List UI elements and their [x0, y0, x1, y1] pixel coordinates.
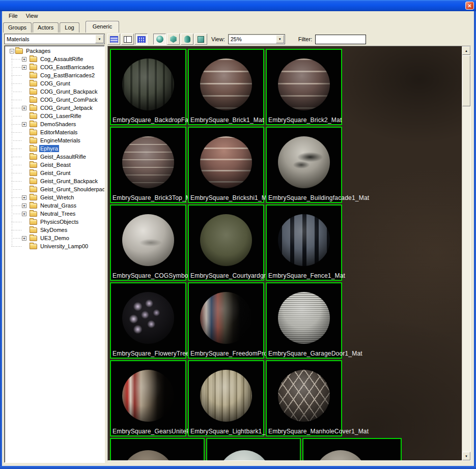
tab-groups[interactable]: Groups — [3, 22, 32, 33]
expand-toggle[interactable]: − — [10, 49, 14, 53]
tree-item-Geist_Grunt_Backpack[interactable]: Geist_Grunt_Backpack — [5, 177, 104, 185]
tree-item-EditorMaterials[interactable]: EditorMaterials — [5, 128, 104, 136]
thumbnail-viewport[interactable]: EmbrySquare_BackdropFacade1_MatEmbrySqua… — [108, 46, 462, 460]
material-tile-EmbrySquare_Brick3Top_Mat[interactable]: EmbrySquare_Brick3Top_Mat — [110, 127, 186, 203]
menu-item-file[interactable]: File — [5, 12, 21, 20]
expand-toggle[interactable]: + — [22, 122, 26, 127]
material-tile-EmbrySquare_ManholeCover1_Mat[interactable]: EmbrySquare_ManholeCover1_Mat — [266, 360, 342, 436]
folder-icon — [15, 48, 23, 54]
tree-item-Neutral_Grass[interactable]: +Neutral_Grass — [5, 201, 104, 210]
material-tile[interactable] — [110, 438, 205, 460]
tree-connector — [12, 234, 22, 242]
material-tile-EmbrySquare_Brick1_Mat[interactable]: EmbrySquare_Brick1_Mat — [188, 49, 264, 125]
cylinder-primitive-button[interactable] — [181, 34, 193, 45]
resource-type-combobox[interactable]: Materials ▼ — [4, 34, 105, 44]
expand-toggle[interactable]: + — [22, 106, 26, 110]
material-tile-EmbrySquare_Brick2_Mat[interactable]: EmbrySquare_Brick2_Mat — [266, 49, 342, 125]
folder-icon — [30, 187, 37, 192]
tree-item-label: Geist_Wretch — [39, 194, 75, 201]
tree-item-Geist_Grunt_Shoulderpad[interactable]: Geist_Grunt_Shoulderpad — [5, 185, 104, 193]
tree-connector — [12, 201, 22, 210]
scroll-down-arrow-icon[interactable]: ▼ — [462, 452, 470, 460]
expand-toggle[interactable]: + — [22, 195, 26, 200]
close-button[interactable]: ✕ — [465, 2, 474, 10]
tree-item-label: DemoShaders — [39, 121, 77, 128]
title-bar[interactable]: ✕ — [0, 0, 476, 11]
tree-item-COG_Grunt_Backpack[interactable]: COG_Grunt_Backpack — [5, 87, 104, 96]
tree-item-Geist_Beast[interactable]: Geist_Beast — [5, 161, 104, 169]
tree-item-label: COG_Grunt — [39, 80, 71, 87]
material-tile-EmbrySquare_Buildingfacade1_Mat[interactable]: EmbrySquare_Buildingfacade1_Mat — [266, 127, 342, 203]
tree-item-COG_EastBarricades[interactable]: +COG_EastBarricades — [5, 63, 104, 71]
folder-icon — [30, 162, 37, 168]
expand-toggle[interactable]: + — [22, 57, 26, 62]
tree-item-PhysicsObjects[interactable]: PhysicsObjects — [5, 218, 104, 226]
plane-primitive-button[interactable] — [194, 34, 207, 45]
tree-item-Cog_AssaultRifle[interactable]: +Cog_AssaultRifle — [5, 55, 104, 63]
thumbnail-row — [110, 438, 462, 460]
tab-generic[interactable]: Generic — [86, 21, 120, 33]
material-tile-EmbrySquare_FreedomProp_Mat[interactable]: EmbrySquare_FreedomProp_Mat — [188, 282, 264, 359]
material-tile-EmbrySquare_BackdropFacade1_Mat[interactable]: EmbrySquare_BackdropFacade1_Mat — [110, 49, 186, 125]
tree-item-UE3_Demo[interactable]: +UE3_Demo — [5, 234, 104, 242]
expand-toggle[interactable]: + — [22, 212, 26, 216]
grid-view-button[interactable] — [135, 34, 148, 45]
material-tile-EmbrySquare_GarageDoor1_Mat[interactable]: EmbrySquare_GarageDoor1_Mat — [266, 282, 342, 359]
material-tile-EmbrySquare_Lightbark1_Mat[interactable]: EmbrySquare_Lightbark1_Mat — [188, 360, 264, 436]
scrollbar-track[interactable] — [462, 107, 470, 452]
tree-item-SkyDomes[interactable]: SkyDomes — [5, 226, 104, 234]
tree-item-COG_Grunt[interactable]: COG_Grunt — [5, 79, 104, 87]
material-tile[interactable] — [206, 438, 301, 460]
menu-bar: FileView — [2, 11, 474, 20]
tree-item-Geist_Wretch[interactable]: +Geist_Wretch — [5, 193, 104, 201]
list-view-button[interactable] — [107, 34, 120, 45]
scrollbar-thumb[interactable] — [462, 55, 470, 106]
material-name-label: EmbrySquare_Brick1_Mat — [190, 116, 264, 124]
tree-item-Ephyra[interactable]: Ephyra — [5, 144, 104, 153]
tree-item-label: Ephyra — [39, 145, 59, 152]
folder-icon — [30, 97, 37, 103]
material-tile-EmbrySquare_FloweryTree1_Mat[interactable]: EmbrySquare_FloweryTree1_Mat — [110, 282, 186, 359]
tree-item-COG_LaserRifle[interactable]: COG_LaserRifle — [5, 112, 104, 120]
tree-item-Cog_EastBarricades2[interactable]: Cog_EastBarricades2 — [5, 71, 104, 79]
scroll-up-arrow-icon[interactable]: ▲ — [462, 46, 470, 55]
tree-item-Geist_AssaultRifle[interactable]: Geist_AssaultRifle — [5, 153, 104, 161]
material-tile-EmbrySquare_Fence1_Mat[interactable]: EmbrySquare_Fence1_Mat — [266, 204, 342, 281]
material-tile-EmbrySquare_GearsUniteProp_Mat[interactable]: EmbrySquare_GearsUniteProp_Mat — [110, 360, 186, 436]
tree-item-label: University_Lamp00 — [39, 243, 89, 250]
chevron-down-icon[interactable]: ▼ — [276, 35, 284, 43]
expand-toggle[interactable]: + — [22, 236, 26, 241]
expand-toggle[interactable]: + — [22, 65, 26, 70]
cube-primitive-button[interactable] — [167, 34, 180, 45]
package-tree-panel[interactable]: −Packages+Cog_AssaultRifle+COG_EastBarri… — [4, 45, 105, 463]
tree-item-Geist_Grunt[interactable]: Geist_Grunt — [5, 169, 104, 177]
tree-item-EngineMaterials[interactable]: EngineMaterials — [5, 136, 104, 144]
tree-item-COG_Grunt_ComPack[interactable]: COG_Grunt_ComPack — [5, 96, 104, 104]
tab-actors[interactable]: Actors — [33, 22, 59, 33]
sphere-primitive-button[interactable] — [153, 34, 166, 45]
tree-item-Packages[interactable]: −Packages — [5, 47, 104, 55]
tree-item-DemoShaders[interactable]: +DemoShaders — [5, 120, 104, 128]
material-sphere-thumbnail — [200, 214, 252, 266]
material-tile[interactable] — [302, 438, 402, 460]
tab-log[interactable]: Log — [60, 22, 79, 33]
vertical-scrollbar[interactable]: ▲ ▼ — [462, 46, 470, 460]
thumbnail-row: EmbrySquare_BackdropFacade1_MatEmbrySqua… — [110, 49, 462, 125]
tree-connector — [12, 169, 22, 177]
tree-item-label: Cog_EastBarricades2 — [39, 72, 96, 79]
material-tile-EmbrySquare_Brickshi1_Mat[interactable]: EmbrySquare_Brickshi1_Mat — [188, 127, 264, 203]
tree-item-label: EditorMaterials — [39, 129, 78, 136]
tree-item-label: Neutral_Trees — [39, 210, 76, 217]
chevron-down-icon[interactable]: ▼ — [95, 35, 104, 43]
tree-item-COG_Grunt_Jetpack[interactable]: +COG_Grunt_Jetpack — [5, 104, 104, 112]
material-tile-EmbrySquare_COGSymbolStatue_Mat[interactable]: EmbrySquare_COGSymbolStatue_Mat — [110, 204, 186, 281]
tree-item-Neutral_Trees[interactable]: +Neutral_Trees — [5, 210, 104, 218]
tree-item-University_Lamp00[interactable]: University_Lamp00 — [5, 242, 104, 250]
menu-item-view[interactable]: View — [22, 12, 42, 20]
zoom-level-combobox[interactable]: 25% ▼ — [228, 34, 285, 44]
filter-input[interactable] — [315, 35, 366, 44]
split-view-button[interactable] — [121, 34, 134, 45]
folder-icon — [30, 89, 37, 95]
expand-toggle[interactable]: + — [22, 203, 26, 208]
material-tile-EmbrySquare_Courtyardgrass1_Mat[interactable]: EmbrySquare_Courtyardgrass1_Mat — [188, 204, 264, 281]
